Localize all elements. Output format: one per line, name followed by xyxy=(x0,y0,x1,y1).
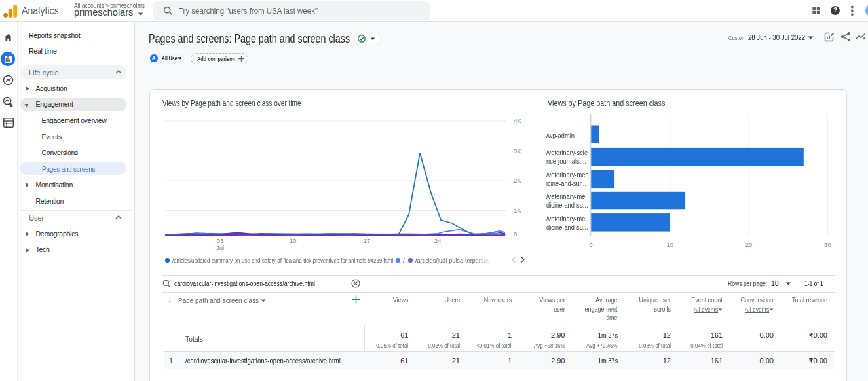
svg-text:3K: 3K xyxy=(514,147,521,154)
svg-text:10: 10 xyxy=(290,237,297,244)
svg-text:24: 24 xyxy=(434,237,442,244)
svg-text:1K: 1K xyxy=(514,207,521,214)
svg-text:30: 30 xyxy=(824,241,831,248)
svg-text:0: 0 xyxy=(589,241,592,248)
svg-text:4K: 4K xyxy=(514,117,521,124)
svg-text:03: 03 xyxy=(217,237,224,244)
svg-text:10: 10 xyxy=(667,241,674,248)
svg-text:2K: 2K xyxy=(514,177,521,184)
svg-text:20: 20 xyxy=(745,241,753,248)
svg-text:17: 17 xyxy=(364,237,371,244)
svg-text:Jul: Jul xyxy=(216,244,224,251)
svg-text:0: 0 xyxy=(514,230,517,238)
